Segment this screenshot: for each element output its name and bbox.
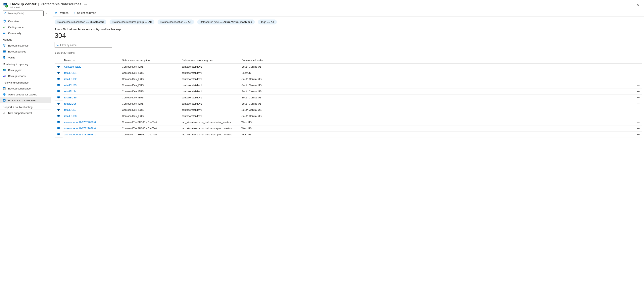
row-more-button[interactable]: ··· (632, 113, 642, 119)
row-resource-group: contosoretaildev1 (180, 64, 240, 70)
summary-section: Azure Virtual machines not configured fo… (52, 26, 644, 40)
vm-icon (57, 77, 60, 81)
vaults-icon (3, 56, 6, 59)
backup-compliance-icon (3, 87, 6, 90)
row-more-button[interactable]: ··· (632, 107, 642, 113)
row-name-link[interactable]: retailEUS6 (64, 102, 76, 105)
row-resource-group: mc_aks-alex-demo_build-conf-prod_westus (180, 132, 240, 138)
datasources-table: Name ↑↓ Datasource subscription Datasour… (54, 57, 642, 138)
sidebar-item-label: Backup policies (8, 50, 26, 53)
refresh-button[interactable]: Refresh (54, 11, 68, 14)
table-row: aks-nodepool1-67327678-0 Contoso IT – SH… (54, 119, 642, 125)
row-more-button[interactable]: ··· (632, 82, 642, 88)
filter-pill-2[interactable]: Datasource location == All (158, 19, 194, 24)
row-more-button[interactable]: ··· (632, 70, 642, 76)
sidebar-item-getting-started[interactable]: Getting started (0, 24, 51, 30)
sidebar-item-overview[interactable]: Overview (0, 18, 51, 24)
new-support-request-icon (3, 111, 6, 115)
row-resource-group: contosoretaildev1 (180, 88, 240, 94)
backup-policies-icon (3, 50, 6, 53)
sidebar-item-label: Community (8, 32, 21, 35)
vm-icon (57, 71, 60, 74)
row-name-link[interactable]: ContosoHotel2 (64, 65, 81, 68)
row-resource-group: contosoretaildev1 (180, 76, 240, 82)
sidebar-item-label: Protectable datasources (8, 99, 36, 102)
header-title-page: Protectable datasources (41, 2, 82, 6)
select-columns-button[interactable]: Select columns (73, 11, 96, 14)
header-more-button[interactable]: ··· (84, 3, 87, 6)
sidebar-item-backup-compliance[interactable]: Backup compliance (0, 86, 51, 91)
backup-instances-icon (3, 44, 6, 47)
row-name-link[interactable]: retailEUS3 (64, 84, 76, 87)
sidebar-item-backup-instances[interactable]: Backup instances (0, 42, 51, 48)
row-name-link[interactable]: aks-nodepool1-67327678-0 (64, 127, 96, 130)
row-name-link[interactable]: retailEUS1 (64, 71, 76, 74)
sidebar-search-input[interactable] (8, 12, 42, 15)
row-name-link[interactable]: retailEUS8 (64, 115, 76, 118)
table-row: retailEUS8 Contoso Dev_EUS contosoretail… (54, 113, 642, 119)
table-row: retailEUS1 Contoso Dev_EUS contosoretail… (54, 70, 642, 76)
close-button[interactable]: ✕ (635, 2, 640, 8)
col-subscription[interactable]: Datasource subscription (120, 57, 180, 64)
filter-pill-1[interactable]: Datasource resource group == All (110, 19, 154, 24)
sidebar-item-azure-policies-for-backup[interactable]: Azure policies for backup (0, 91, 51, 97)
row-resource-group: contosoretaildev1 (180, 94, 240, 101)
backup-reports-icon (3, 74, 6, 78)
row-subscription: Contoso Dev_EUS (120, 88, 180, 94)
summary-count: 304 (54, 32, 640, 39)
filter-by-name-input[interactable] (60, 43, 110, 46)
vm-icon (57, 108, 60, 111)
row-more-button[interactable]: ··· (632, 88, 642, 94)
sidebar-item-backup-reports[interactable]: Backup reports (0, 73, 51, 79)
row-more-button[interactable]: ··· (632, 64, 642, 70)
row-name-link[interactable]: aks-nodepool1-67327678-0 (64, 121, 96, 124)
row-location: South Central US (240, 82, 632, 88)
table-wrapper[interactable]: Name ↑↓ Datasource subscription Datasour… (54, 57, 642, 306)
sidebar: « OverviewGetting startedCommunityManage… (0, 10, 51, 306)
row-more-button[interactable]: ··· (632, 76, 642, 82)
row-more-button[interactable]: ··· (632, 94, 642, 101)
filter-pill-3[interactable]: Datasource type == Azure Virtual machine… (197, 19, 255, 24)
col-resource-group[interactable]: Datasource resource group (180, 57, 240, 64)
row-name-link[interactable]: retailEUS5 (64, 96, 76, 99)
row-more-button[interactable]: ··· (632, 132, 642, 138)
content-area: Refresh Select columns Datasource subscr… (51, 10, 644, 306)
sidebar-item-vaults[interactable]: Vaults (0, 54, 51, 60)
row-name-link[interactable]: aks-nodepool1-67327678-1 (64, 133, 96, 136)
row-subscription: Contoso IT – SH360 - DevTest (120, 125, 180, 132)
sidebar-search[interactable] (3, 10, 44, 16)
row-more-button[interactable]: ··· (632, 101, 642, 107)
filter-pill-0[interactable]: Datasource subscription == 66 selected (54, 19, 106, 24)
col-location[interactable]: Datasource location (240, 57, 632, 64)
row-name-link[interactable]: retailEUS2 (64, 78, 76, 81)
table-row: ContosoHotel2 Contoso Dev_EUS contosoret… (54, 64, 642, 70)
vm-icon (57, 102, 60, 105)
row-location: West US (240, 125, 632, 132)
filter-by-name[interactable] (54, 42, 112, 48)
col-name[interactable]: Name ↑↓ (62, 57, 120, 64)
vm-icon (57, 84, 60, 87)
table-row: retailEUS5 Contoso Dev_EUS contosoretail… (54, 94, 642, 101)
row-name-link[interactable]: retailEUS4 (64, 90, 76, 93)
row-subscription: Contoso Dev_EUS (120, 82, 180, 88)
row-subscription: Contoso Dev_EUS (120, 76, 180, 82)
sidebar-item-label: Azure policies for backup (8, 93, 37, 96)
row-location: West US (240, 132, 632, 138)
getting-started-icon (3, 25, 6, 29)
sidebar-item-label: New support request (8, 112, 32, 115)
sidebar-item-backup-jobs[interactable]: Backup jobs (0, 67, 51, 73)
sidebar-collapse-button[interactable]: « (45, 11, 48, 15)
row-name-link[interactable]: retailEUS7 (64, 108, 76, 111)
sidebar-item-community[interactable]: Community (0, 30, 51, 36)
header-title-separator: | (38, 2, 39, 6)
overview-icon (3, 19, 6, 23)
row-subscription: Contoso Dev_EUS (120, 107, 180, 113)
sidebar-item-new-support-request[interactable]: New support request (0, 110, 51, 116)
sidebar-item-backup-policies[interactable]: Backup policies (0, 48, 51, 54)
row-subscription: Contoso Dev_EUS (120, 101, 180, 107)
row-more-button[interactable]: ··· (632, 125, 642, 132)
row-more-button[interactable]: ··· (632, 119, 642, 125)
sidebar-item-protectable-datasources[interactable]: Protectable datasources (0, 97, 51, 103)
filter-pill-4[interactable]: Tags == All (258, 19, 277, 24)
row-subscription: Contoso IT – SH360 - DevTest (120, 119, 180, 125)
